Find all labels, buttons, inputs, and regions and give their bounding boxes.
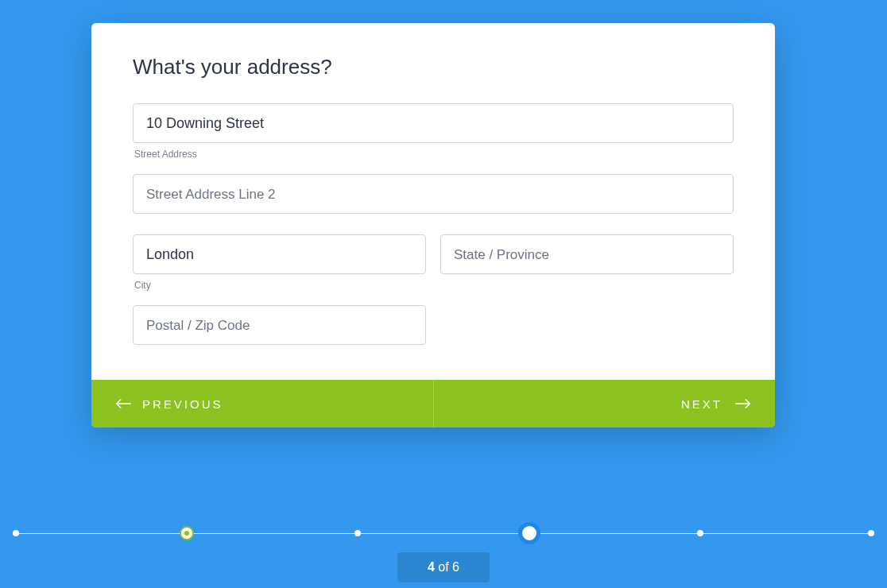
field-state [440, 234, 734, 302]
progress-step-3[interactable] [354, 530, 361, 536]
row-city-state: City [133, 234, 734, 302]
form-nav: PREVIOUS NEXT [91, 380, 775, 427]
previous-button[interactable]: PREVIOUS [91, 380, 433, 427]
progress-step-6[interactable] [868, 530, 874, 536]
progress-step-1[interactable] [13, 530, 19, 536]
arrow-left-icon [115, 398, 131, 409]
step-of: of [435, 560, 452, 574]
progress-step-2[interactable] [181, 528, 192, 539]
city-sublabel: City [133, 280, 426, 291]
street-sublabel: Street Address [133, 149, 734, 160]
form-body: What's your address? Street Address City [91, 23, 775, 380]
city-input[interactable] [133, 234, 426, 274]
progress-step-5[interactable] [697, 530, 703, 536]
page-title: What's your address? [133, 55, 734, 79]
row-postal [133, 305, 734, 345]
step-total: 6 [452, 560, 459, 574]
field-street: Street Address [133, 103, 734, 171]
postal-input[interactable] [133, 305, 426, 345]
previous-label: PREVIOUS [142, 397, 223, 411]
progress-line [16, 533, 871, 534]
step-current: 4 [428, 560, 435, 574]
row-street: Street Address [133, 103, 734, 171]
arrow-right-icon [735, 398, 751, 409]
row-street2 [133, 174, 734, 214]
street-input[interactable] [133, 103, 734, 143]
field-postal [133, 305, 426, 345]
state-input[interactable] [440, 234, 734, 274]
form-card: What's your address? Street Address City [91, 23, 775, 427]
field-city: City [133, 234, 426, 302]
field-street2 [133, 174, 734, 214]
progress-track [16, 532, 871, 534]
step-counter: 4 of 6 [397, 552, 490, 582]
progress-step-4[interactable] [518, 522, 540, 544]
street2-input[interactable] [133, 174, 734, 214]
next-label: NEXT [681, 397, 722, 411]
next-button[interactable]: NEXT [434, 380, 776, 427]
